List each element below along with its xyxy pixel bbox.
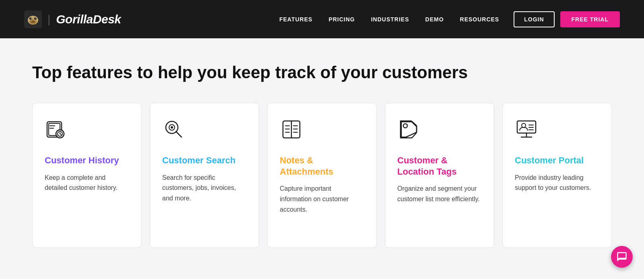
svg-point-7 — [31, 18, 31, 19]
customer-search-icon — [162, 118, 247, 143]
svg-point-23 — [171, 126, 173, 129]
nav-pricing[interactable]: PRICING — [328, 16, 355, 23]
login-button[interactable]: LOGIN — [514, 11, 554, 27]
nav-demo[interactable]: DEMO — [425, 16, 444, 23]
svg-point-9 — [31, 21, 35, 23]
card-customer-search: Customer Search Search for specific cust… — [150, 103, 259, 248]
free-trial-button[interactable]: FREE TRIAL — [560, 11, 620, 27]
svg-point-36 — [522, 123, 526, 127]
card-notes-attachments: Notes & Attachments Capture important in… — [267, 103, 377, 248]
svg-point-5 — [29, 17, 32, 20]
notes-attachments-icon — [280, 118, 364, 143]
nav-industries[interactable]: INDUSTRIES — [371, 16, 409, 23]
svg-line-21 — [176, 131, 182, 137]
svg-point-32 — [403, 124, 407, 128]
card-desc-customer-history: Keep a complete and detailed customer hi… — [45, 173, 129, 193]
svg-point-8 — [35, 18, 36, 19]
card-title-customer-search: Customer Search — [162, 155, 247, 166]
logo-icon — [24, 10, 42, 28]
card-title-customer-history: Customer History — [45, 155, 129, 166]
card-customer-history: Customer History Keep a complete and det… — [32, 103, 142, 248]
logo-text: GorillaDesk — [56, 12, 121, 26]
logo-divider: | — [47, 13, 50, 26]
card-desc-notes-attachments: Capture important information on custome… — [280, 183, 364, 214]
nav-features[interactable]: FEATURES — [279, 16, 312, 23]
nav-resources[interactable]: RESOURCES — [460, 16, 500, 23]
nav-links: FEATURES PRICING INDUSTRIES DEMO RESOURC… — [279, 16, 499, 23]
customer-location-tags-icon — [397, 118, 482, 143]
svg-point-6 — [34, 17, 37, 20]
card-customer-location-tags: Customer & Location Tags Organize and se… — [385, 103, 494, 248]
svg-point-10 — [32, 21, 33, 22]
cards-grid: Customer History Keep a complete and det… — [32, 103, 612, 248]
card-desc-customer-location-tags: Organize and segment your customer list … — [397, 183, 482, 204]
card-desc-customer-search: Search for specific customers, jobs, inv… — [162, 173, 247, 204]
navbar: | GorillaDesk FEATURES PRICING INDUSTRIE… — [0, 0, 644, 38]
logo-area: | GorillaDesk — [24, 10, 121, 28]
chat-bubble[interactable] — [611, 246, 633, 268]
card-title-notes-attachments: Notes & Attachments — [280, 155, 364, 177]
page-title: Top features to help you keep track of y… — [32, 62, 612, 83]
svg-point-11 — [33, 21, 34, 22]
main-content: Top features to help you keep track of y… — [0, 38, 644, 279]
customer-portal-icon — [515, 118, 599, 143]
card-title-customer-portal: Customer Portal — [515, 155, 599, 166]
card-desc-customer-portal: Provide industry leading support to your… — [515, 173, 599, 193]
card-title-customer-location-tags: Customer & Location Tags — [397, 155, 482, 177]
customer-history-icon — [45, 118, 129, 143]
card-customer-portal: Customer Portal Provide industry leading… — [502, 103, 612, 248]
